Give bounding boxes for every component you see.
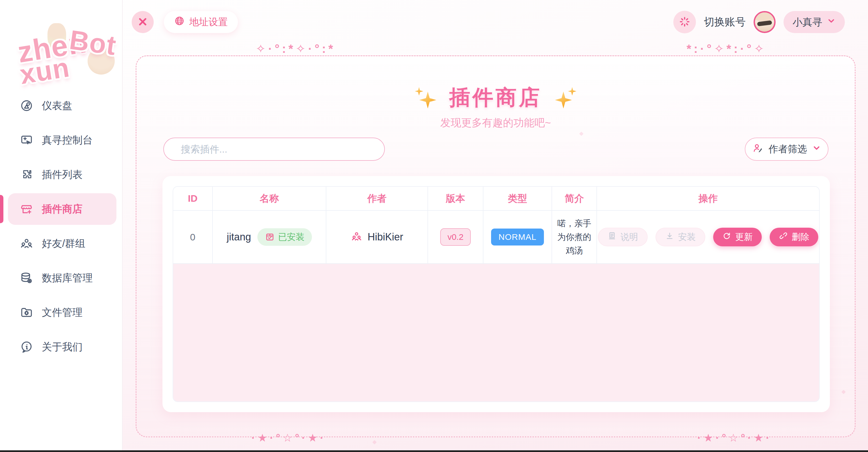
version-badge: v0.2 — [440, 228, 471, 246]
globe-icon — [174, 15, 185, 29]
close-icon — [137, 16, 148, 28]
chevron-down-icon — [827, 17, 836, 28]
plugin-name: jitang — [227, 231, 251, 243]
sidebar-item-label: 真寻控制台 — [42, 133, 93, 147]
installed-badge: 已安装 — [257, 228, 312, 246]
spark-icon — [679, 16, 690, 29]
install-button-label: 安装 — [678, 231, 695, 243]
delete-button-label: 删除 — [792, 231, 809, 243]
topbar-right: 切换账号 小真寻 — [673, 11, 845, 33]
author-people-icon — [351, 230, 363, 244]
logo-text: Bot — [67, 24, 118, 61]
address-settings-button[interactable]: 地址设置 — [164, 11, 238, 33]
sidebar: zhen xun Bot 仪表盘 真寻控制台 插件列表 — [0, 0, 123, 450]
store-icon — [20, 202, 33, 216]
column-header-version: 版本 — [428, 187, 483, 211]
table-header-row: ID 名称 作者 版本 类型 简介 操作 — [173, 187, 819, 211]
info-icon — [20, 340, 33, 354]
installed-badge-label: 已安装 — [278, 231, 305, 243]
column-header-type: 类型 — [483, 187, 552, 211]
sidebar-item-database[interactable]: 数据库管理 — [8, 262, 116, 294]
store-title-row: 插件商店 — [135, 84, 856, 112]
plugin-author-cell: HibiKier — [327, 230, 428, 244]
avatar-image — [757, 20, 772, 26]
window-edge — [0, 450, 868, 452]
sparkle-icon — [555, 87, 577, 108]
author-filter-button[interactable]: 作者筛选 — [745, 137, 829, 161]
plugin-name-cell: jitang 已安装 — [213, 228, 326, 246]
topbar: 地址设置 切换账号 小真寻 — [123, 0, 868, 44]
dashboard-icon — [20, 99, 33, 112]
sidebar-item-friends-groups[interactable]: 好友/群组 — [8, 228, 116, 259]
sidebar-item-console[interactable]: 真寻控制台 — [8, 124, 116, 156]
database-icon — [20, 271, 33, 285]
active-indicator — [0, 195, 3, 223]
sidebar-item-plugin-store[interactable]: 插件商店 — [8, 193, 116, 225]
install-button[interactable]: 安装 — [655, 228, 705, 246]
address-settings-label: 地址设置 — [189, 15, 228, 29]
sidebar-item-dashboard[interactable]: 仪表盘 — [8, 90, 116, 122]
author-pen-icon — [752, 142, 764, 156]
sidebar-item-label: 文件管理 — [42, 306, 83, 320]
sidebar-item-files[interactable]: 文件管理 — [8, 297, 116, 328]
manual-icon — [608, 231, 617, 243]
refresh-icon — [722, 231, 731, 243]
close-button[interactable] — [132, 11, 154, 33]
sparkle-icon — [415, 87, 436, 108]
sidebar-item-label: 插件商店 — [42, 202, 83, 216]
search-input[interactable] — [163, 137, 385, 161]
column-header-actions: 操作 — [597, 187, 819, 211]
update-button-label: 更新 — [735, 231, 753, 243]
column-header-name: 名称 — [213, 187, 326, 211]
delete-button[interactable]: 删除 — [770, 228, 818, 246]
star-decoration: ·★·°☆°·★· — [698, 432, 772, 444]
sidebar-item-label: 仪表盘 — [42, 99, 72, 113]
update-button[interactable]: 更新 — [713, 228, 762, 246]
plugin-table-card: ID 名称 作者 版本 类型 简介 操作 0 jitang — [162, 176, 830, 412]
page-title: 插件商店 — [449, 84, 542, 112]
box-check-icon — [265, 232, 275, 242]
account-dropdown[interactable]: 小真寻 — [783, 11, 845, 33]
page-subtitle: 发现更多有趣的功能吧~ — [135, 116, 856, 130]
avatar[interactable] — [753, 11, 776, 33]
table-empty-area — [173, 264, 819, 401]
author-filter-label: 作者筛选 — [769, 143, 807, 156]
column-header-description: 简介 — [552, 187, 597, 211]
sidebar-item-label: 数据库管理 — [42, 271, 93, 285]
manual-button[interactable]: 说明 — [598, 228, 648, 246]
account-name: 小真寻 — [793, 15, 822, 29]
logo: zhen xun Bot — [0, 0, 122, 85]
zhenxun-bot-app: zhen xun Bot 仪表盘 真寻控制台 插件列表 — [0, 0, 868, 452]
chevron-down-icon — [812, 143, 821, 155]
table-row: 0 jitang 已安装 — [173, 211, 819, 264]
sidebar-item-label: 好友/群组 — [42, 237, 85, 251]
theme-spark-button[interactable] — [673, 11, 696, 33]
plugin-author: HibiKier — [368, 231, 403, 243]
plugin-table: ID 名称 作者 版本 类型 简介 操作 0 jitang — [173, 186, 820, 402]
sidebar-item-plugin-list[interactable]: 插件列表 — [8, 159, 116, 190]
avatar-image — [753, 11, 776, 21]
switch-account-label[interactable]: 切换账号 — [704, 15, 746, 29]
star-decoration: ·★·°☆°·★· — [251, 432, 326, 444]
unlink-icon — [779, 231, 788, 243]
plugin-description: 喏，亲手为你煮的鸡汤 — [552, 217, 596, 257]
folder-gear-icon — [20, 306, 33, 319]
plugin-id: 0 — [190, 232, 195, 243]
plugin-actions: 说明 安装 — [597, 228, 819, 246]
type-badge: NORMAL — [491, 229, 544, 246]
column-header-id: ID — [173, 187, 213, 211]
people-icon — [20, 237, 33, 250]
sidebar-item-label: 关于我们 — [42, 340, 83, 354]
column-header-author: 作者 — [326, 187, 428, 211]
sidebar-menu: 仪表盘 真寻控制台 插件列表 插件商店 — [0, 90, 122, 363]
dot-decoration — [372, 440, 377, 445]
download-icon — [665, 231, 674, 243]
console-icon — [20, 133, 33, 147]
sidebar-item-about[interactable]: 关于我们 — [8, 331, 116, 363]
puzzle-icon — [20, 168, 33, 181]
sidebar-item-label: 插件列表 — [42, 168, 83, 182]
manual-button-label: 说明 — [620, 231, 638, 243]
